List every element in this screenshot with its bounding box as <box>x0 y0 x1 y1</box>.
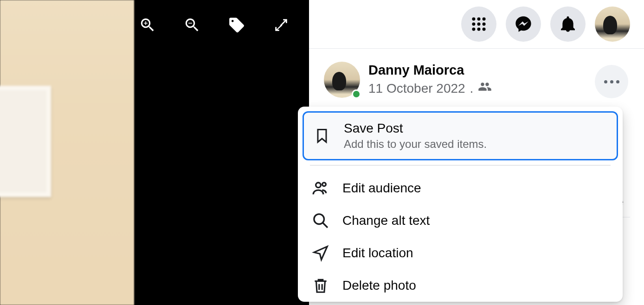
audience-people-icon <box>311 178 330 198</box>
menu-save-subtitle: Add this to your saved items. <box>344 138 487 151</box>
post-author[interactable]: Danny Maiorca <box>368 63 492 78</box>
messenger-button[interactable] <box>506 6 541 42</box>
post-date-row: 11 October 2022 . <box>368 80 492 97</box>
bookmark-icon <box>312 126 332 146</box>
menu-audience-title: Edit audience <box>342 181 421 196</box>
menu-delete-title: Delete photo <box>342 278 416 293</box>
post-options-menu: Save Post Add this to your saved items. … <box>298 107 623 302</box>
photo-viewer <box>0 0 309 305</box>
svg-point-6 <box>472 28 475 31</box>
top-header <box>309 0 644 49</box>
menu-edit-location[interactable]: Edit location <box>303 237 618 269</box>
ellipsis-icon <box>604 80 619 83</box>
svg-point-11 <box>314 214 324 224</box>
fullscreen-icon[interactable] <box>272 16 290 34</box>
search-icon <box>311 211 330 230</box>
separator: . <box>470 81 474 96</box>
menu-divider <box>310 165 611 165</box>
svg-point-2 <box>483 17 486 20</box>
notifications-button[interactable] <box>550 6 586 42</box>
photo-toolbar <box>138 16 290 34</box>
photo-content <box>0 0 134 305</box>
svg-point-5 <box>483 23 486 26</box>
online-indicator-icon <box>352 89 361 99</box>
menu-button[interactable] <box>461 6 496 42</box>
menu-change-alt-text[interactable]: Change alt text <box>303 204 618 237</box>
menu-save-title: Save Post <box>344 121 487 136</box>
post-avatar-wrap[interactable] <box>324 62 360 98</box>
menu-alt-title: Change alt text <box>342 213 430 228</box>
zoom-in-icon[interactable] <box>138 16 157 34</box>
svg-point-8 <box>483 28 486 31</box>
svg-point-4 <box>477 23 481 26</box>
svg-point-0 <box>472 17 475 20</box>
svg-point-3 <box>472 23 475 26</box>
location-arrow-icon <box>311 243 330 263</box>
menu-location-title: Edit location <box>342 246 413 261</box>
svg-point-10 <box>322 183 326 186</box>
post-meta: Danny Maiorca 11 October 2022 . <box>368 63 492 97</box>
svg-point-9 <box>316 183 321 188</box>
zoom-out-icon[interactable] <box>183 16 201 34</box>
post-date[interactable]: 11 October 2022 <box>368 81 465 96</box>
menu-delete-photo[interactable]: Delete photo <box>303 269 618 302</box>
svg-point-7 <box>477 28 481 31</box>
account-avatar[interactable] <box>595 6 630 42</box>
friends-audience-icon[interactable] <box>478 80 492 97</box>
menu-save-post[interactable]: Save Post Add this to your saved items. <box>303 111 618 160</box>
svg-point-1 <box>477 17 481 20</box>
trash-icon <box>311 276 330 295</box>
tag-icon[interactable] <box>227 16 246 34</box>
post-header: Danny Maiorca 11 October 2022 . <box>309 49 644 98</box>
post-more-button[interactable] <box>595 65 628 98</box>
menu-edit-audience[interactable]: Edit audience <box>303 172 618 204</box>
